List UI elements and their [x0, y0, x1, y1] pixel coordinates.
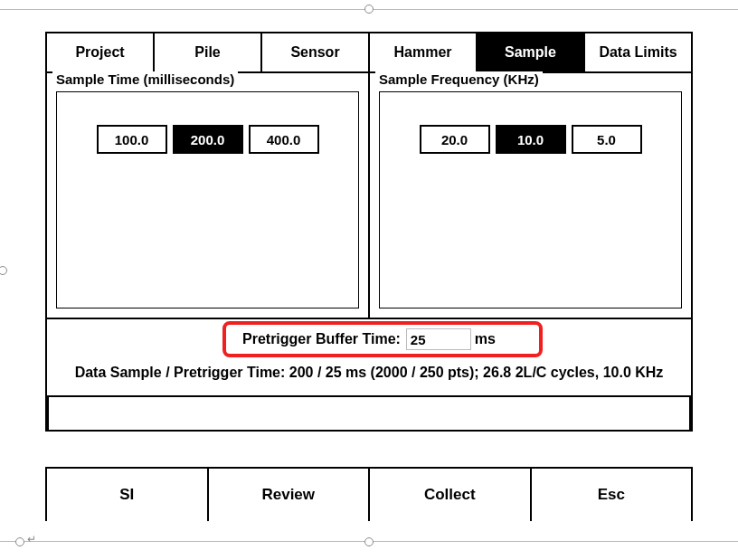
- tab-project[interactable]: Project: [47, 33, 155, 71]
- selection-handle-left[interactable]: [0, 266, 7, 275]
- sample-time-legend: Sample Time (milliseconds): [52, 71, 238, 87]
- esc-button[interactable]: Esc: [532, 469, 692, 521]
- selection-handle-leftbottom[interactable]: [15, 537, 24, 546]
- collect-button[interactable]: Collect: [370, 469, 532, 521]
- paragraph-mark-icon: ↵: [27, 533, 36, 546]
- data-sample-summary: Data Sample / Pretrigger Time: 200 / 25 …: [47, 357, 691, 395]
- sample-time-400[interactable]: 400.0: [249, 125, 319, 154]
- pretrigger-unit: ms: [475, 331, 496, 347]
- sample-freq-panel: Sample Frequency (KHz) 20.0 10.0 5.0: [370, 73, 691, 318]
- pretrigger-label: Pretrigger Buffer Time:: [242, 331, 401, 347]
- lower-spacer: [47, 397, 691, 430]
- sample-freq-20[interactable]: 20.0: [420, 125, 490, 154]
- sample-freq-10[interactable]: 10.0: [496, 125, 566, 154]
- tab-data-limits[interactable]: Data Limits: [585, 33, 691, 71]
- sample-time-100[interactable]: 100.0: [97, 125, 167, 154]
- tab-hammer[interactable]: Hammer: [370, 33, 478, 71]
- sample-time-options: 100.0 200.0 400.0: [56, 91, 359, 308]
- tab-pile[interactable]: Pile: [155, 33, 262, 71]
- panels-row: Sample Time (milliseconds) 100.0 200.0 4…: [47, 73, 691, 319]
- sample-time-200[interactable]: 200.0: [173, 125, 243, 154]
- pretrigger-row: Pretrigger Buffer Time: ms: [47, 319, 691, 357]
- sample-freq-legend: Sample Frequency (KHz): [375, 71, 543, 87]
- sample-freq-5[interactable]: 5.0: [572, 125, 642, 154]
- tab-sample[interactable]: Sample: [478, 33, 585, 71]
- bottom-button-row: SI Review Collect Esc: [45, 467, 693, 521]
- si-button[interactable]: SI: [47, 469, 209, 521]
- sample-freq-options: 20.0 10.0 5.0: [379, 91, 682, 308]
- sample-time-panel: Sample Time (milliseconds) 100.0 200.0 4…: [47, 73, 370, 318]
- selection-handle-bottom[interactable]: [364, 537, 374, 546]
- review-button[interactable]: Review: [209, 469, 371, 521]
- selection-handle-top[interactable]: [364, 5, 374, 14]
- top-tabs: Project Pile Sensor Hammer Sample Data L…: [47, 33, 691, 73]
- sample-settings-panel: Project Pile Sensor Hammer Sample Data L…: [45, 32, 693, 432]
- tab-sensor[interactable]: Sensor: [262, 33, 370, 71]
- pretrigger-input[interactable]: [406, 328, 471, 350]
